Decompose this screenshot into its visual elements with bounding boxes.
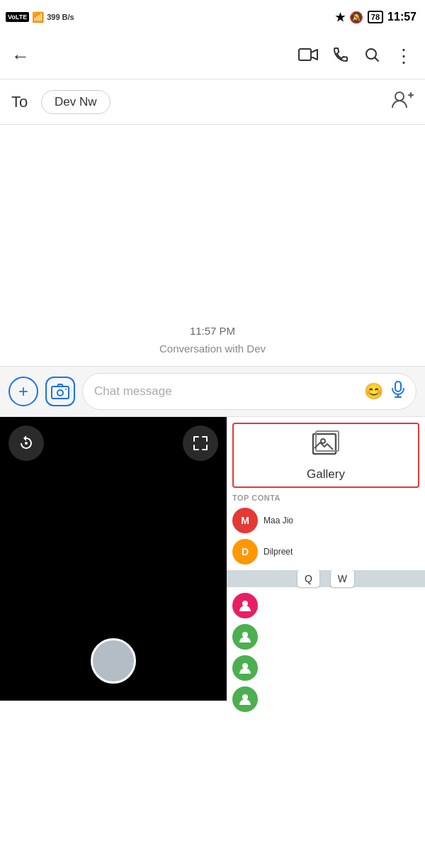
nav-right: ⋮: [298, 45, 414, 67]
top-contacts-section: TOP CONTA M Maa Jio D Dilpreet: [227, 491, 425, 570]
plus-icon: +: [18, 382, 28, 401]
gallery-label: Gallery: [307, 467, 345, 482]
to-label: To: [11, 93, 33, 111]
svg-point-17: [242, 663, 248, 669]
back-button[interactable]: ←: [11, 45, 30, 67]
svg-rect-0: [299, 49, 311, 60]
keyboard-hint: Q W: [227, 570, 425, 587]
contact-avatar-pink: [232, 593, 258, 618]
volte-badge: VoLTE: [6, 12, 29, 22]
time-display: 11:57: [387, 11, 416, 23]
contact-avatar-green3: [232, 686, 258, 712]
gallery-tile[interactable]: Gallery: [232, 423, 419, 488]
top-contacts-label: TOP CONTA: [232, 494, 419, 502]
nav-left: ←: [11, 45, 30, 67]
shutter-button[interactable]: [91, 638, 136, 684]
network-speed: 399 B/s: [47, 13, 74, 21]
bell-muted-icon: 🔕: [349, 11, 363, 24]
chat-subtext: Conversation with Dev: [159, 343, 266, 355]
contact-row[interactable]: M Maa Jio: [232, 505, 419, 536]
video-call-button[interactable]: [298, 48, 318, 66]
more-contact-row[interactable]: [232, 590, 419, 621]
contact-avatar-m: M: [232, 508, 258, 533]
message-icons: 😊: [364, 381, 404, 402]
status-bar: VoLTE 📶 399 B/s ★ 🔕 78 11:57: [0, 0, 425, 34]
more-contact-row[interactable]: [232, 652, 419, 684]
microphone-button[interactable]: [392, 381, 404, 402]
bluetooth-icon: ★: [335, 11, 345, 24]
key-w[interactable]: W: [331, 570, 354, 587]
contact-name-dilpreet: Dilpreet: [264, 547, 293, 557]
contact-avatar-green2: [232, 655, 258, 681]
svg-point-11: [25, 442, 28, 445]
svg-point-16: [242, 632, 248, 638]
svg-point-14: [321, 439, 325, 443]
contact-avatar-green1: [232, 624, 258, 650]
svg-point-15: [242, 601, 248, 606]
status-left: VoLTE 📶 399 B/s: [6, 11, 74, 23]
signal-icon: 📶: [32, 11, 44, 23]
key-q[interactable]: Q: [298, 570, 319, 587]
svg-rect-8: [395, 382, 401, 391]
chat-timestamp: 11:57 PM: [190, 325, 235, 337]
contact-chip[interactable]: Dev Nw: [41, 90, 110, 114]
contact-row[interactable]: D Dilpreet: [232, 536, 419, 567]
svg-point-7: [65, 389, 67, 390]
svg-point-2: [395, 92, 404, 101]
camera-rotate-button[interactable]: [8, 425, 44, 461]
more-contacts: [227, 587, 425, 718]
emoji-button[interactable]: 😊: [364, 382, 383, 401]
more-contact-row[interactable]: [232, 684, 419, 715]
message-input-wrap[interactable]: Chat message 😊: [82, 373, 416, 410]
more-options-button[interactable]: ⋮: [395, 45, 414, 67]
contact-name-maajio: Maa Jio: [264, 516, 293, 525]
svg-point-6: [57, 390, 63, 396]
search-button[interactable]: [363, 46, 380, 67]
camera-view: [0, 417, 227, 701]
svg-point-18: [242, 694, 248, 700]
battery-icon: 78: [368, 11, 383, 23]
message-placeholder: Chat message: [94, 384, 172, 399]
to-row: To Dev Nw: [0, 79, 425, 125]
contact-avatar-d: D: [232, 539, 258, 564]
message-bar: + Chat message 😊: [0, 366, 425, 417]
more-contact-row[interactable]: [232, 621, 419, 652]
phone-call-button[interactable]: [332, 46, 349, 67]
top-nav: ← ⋮: [0, 34, 425, 79]
add-attachment-button[interactable]: +: [8, 377, 38, 406]
status-right: ★ 🔕 78 11:57: [335, 11, 416, 24]
add-contact-button[interactable]: [391, 89, 414, 114]
camera-expand-button[interactable]: [183, 425, 218, 461]
camera-gallery-button[interactable]: [45, 377, 75, 406]
right-panel: Gallery TOP CONTA M Maa Jio D Dilpreet Q…: [227, 417, 425, 718]
media-section: Gallery TOP CONTA M Maa Jio D Dilpreet Q…: [0, 417, 425, 718]
gallery-icon: [312, 430, 340, 462]
chat-area: 11:57 PM Conversation with Dev: [0, 125, 425, 366]
svg-rect-5: [52, 386, 69, 399]
